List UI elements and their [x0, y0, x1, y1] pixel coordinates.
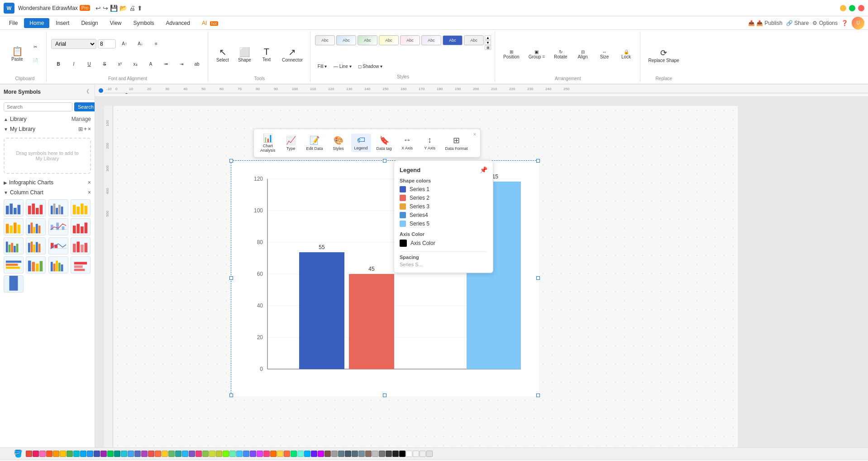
shape-btn[interactable]: ⬜ Shape	[234, 42, 255, 67]
color-swatch-blue3[interactable]	[182, 451, 188, 457]
search-input[interactable]	[4, 102, 72, 111]
color-swatch-lime2[interactable]	[216, 451, 222, 457]
color-swatch-brown2[interactable]	[365, 451, 372, 457]
chart-analysis-btn[interactable]: 📊 ChartAnalysis	[258, 131, 278, 155]
menu-design[interactable]: Design	[76, 18, 103, 28]
publish-btn[interactable]: 📤 📤 Publish	[748, 20, 782, 26]
library-section-header[interactable]: ▲ Library Manage	[0, 114, 95, 124]
chart-thumb-14[interactable]	[26, 256, 46, 274]
handle-tm[interactable]	[383, 159, 386, 163]
color-swatch-darkbluegrey[interactable]	[345, 451, 351, 457]
my-library-add-btn[interactable]: +	[84, 126, 87, 132]
chart-toolbar-close-btn[interactable]: ×	[473, 131, 477, 138]
color-swatch-blue6[interactable]	[304, 451, 310, 457]
handle-bm[interactable]	[383, 394, 386, 397]
user-avatar[interactable]: U	[852, 17, 864, 29]
color-swatch-indigo2[interactable]	[134, 451, 141, 457]
chart-thumb-15[interactable]	[48, 256, 68, 274]
color-swatch-blue5[interactable]	[243, 451, 249, 457]
open-btn[interactable]: 📂	[119, 5, 127, 12]
text-btn[interactable]: T Text	[257, 42, 277, 67]
chart-thumb-1[interactable]	[4, 199, 24, 216]
fill-btn[interactable]: Fill ▾	[315, 60, 329, 72]
color-swatch-yellow2[interactable]	[277, 451, 283, 457]
handle-mr[interactable]	[536, 276, 540, 280]
color-swatch-pink[interactable]	[33, 451, 39, 457]
color-swatch-lightcyan[interactable]	[121, 451, 127, 457]
my-library-close-btn[interactable]: ×	[88, 126, 91, 132]
color-swatch-indigo[interactable]	[94, 451, 100, 457]
color-swatch-pink2[interactable]	[196, 451, 202, 457]
handle-tr[interactable]	[536, 159, 540, 163]
line-btn[interactable]: — Line ▾	[331, 60, 353, 72]
color-swatch-magenta[interactable]	[318, 451, 324, 457]
chart-data-tag-btn[interactable]: 🔖 Data tag	[374, 134, 395, 153]
italic-btn[interactable]: I	[67, 58, 81, 71]
style-shape-6[interactable]: Abc	[421, 35, 441, 45]
chart-thumb-3[interactable]	[48, 199, 68, 216]
column-chart-close-btn[interactable]: ×	[88, 189, 91, 196]
style-expand[interactable]: ⊞	[485, 45, 491, 50]
color-swatch-grey2[interactable]	[379, 451, 385, 457]
color-swatch-deeporange[interactable]	[46, 451, 52, 457]
color-swatch-pink3[interactable]	[263, 451, 270, 457]
chart-thumb-2[interactable]	[26, 199, 46, 216]
style-shape-1[interactable]: Abc	[315, 35, 335, 45]
undo-btn[interactable]: ↩	[95, 5, 101, 12]
handle-ml[interactable]	[229, 276, 233, 280]
chart-edit-data-btn[interactable]: 📝 Edit Data	[304, 134, 326, 153]
color-swatch-purple3[interactable]	[257, 451, 263, 457]
color-swatch-blue[interactable]	[87, 451, 93, 457]
color-swatch-lime[interactable]	[209, 451, 215, 457]
font-family-select[interactable]: Arial Times New Roman	[51, 39, 96, 49]
chart-thumb-12[interactable]	[71, 237, 91, 255]
chart-x-axis-btn[interactable]: ↔ X Axis	[397, 134, 417, 152]
paste-btn[interactable]: 📋 Paste	[7, 41, 27, 66]
color-swatch-blue4[interactable]	[236, 451, 243, 457]
color-swatch-bluegrey2[interactable]	[358, 451, 365, 457]
menu-home[interactable]: Home	[24, 18, 49, 28]
shadow-btn[interactable]: ◻ Shadow ▾	[356, 60, 385, 72]
chart-thumb-5[interactable]	[4, 218, 24, 235]
color-swatch-purple2[interactable]	[141, 451, 148, 457]
replace-shape-btn[interactable]: ⟳ Replace Shape	[645, 43, 683, 68]
style-shape-7[interactable]: Abc	[443, 35, 463, 45]
text-color-btn[interactable]: A	[143, 58, 158, 71]
color-swatch-orange3[interactable]	[270, 451, 277, 457]
chart-styles-btn[interactable]: 🎨 Styles	[329, 134, 348, 153]
underline-btn[interactable]: U	[82, 58, 96, 71]
share-btn2[interactable]: ⬆	[137, 5, 143, 12]
color-swatch-black[interactable]	[399, 451, 405, 457]
color-swatch-teal[interactable]	[114, 451, 120, 457]
sidebar-collapse-btn[interactable]: 《	[82, 87, 91, 96]
chart-thumb-9[interactable]	[4, 237, 24, 255]
infographic-charts-header[interactable]: ▶ Infographic Charts ×	[0, 178, 95, 187]
chart-thumb-13[interactable]	[4, 256, 24, 274]
color-swatch-grey[interactable]	[331, 451, 338, 457]
lock-btn[interactable]: 🔒 Lock	[616, 42, 636, 67]
color-swatch-brown[interactable]	[324, 451, 331, 457]
color-swatch-verydarkgrey[interactable]	[392, 451, 399, 457]
color-swatch-cyan[interactable]	[73, 451, 80, 457]
decrease-font-btn[interactable]: A↓	[133, 38, 148, 50]
style-scroll-down[interactable]: ▼	[485, 40, 491, 45]
style-shape-2[interactable]: Abc	[336, 35, 356, 45]
color-swatch-lightgrey2[interactable]	[420, 451, 426, 457]
color-swatch-violet[interactable]	[189, 451, 195, 457]
legend-pin-btn[interactable]: 📌	[480, 166, 487, 173]
search-btn[interactable]: Search	[74, 102, 95, 111]
color-swatch-blue2[interactable]	[128, 451, 134, 457]
handle-br[interactable]	[536, 394, 540, 397]
color-swatch-lightgrey3[interactable]	[426, 451, 433, 457]
chart-thumb-11[interactable]	[48, 237, 68, 255]
group-btn[interactable]: ▣ Group =	[525, 42, 548, 67]
color-swatch-green4[interactable]	[291, 451, 297, 457]
menu-insert[interactable]: Insert	[50, 18, 75, 28]
position-btn[interactable]: ⊞ Position	[500, 42, 523, 67]
color-swatch-lightgreen2[interactable]	[202, 451, 209, 457]
color-swatch-orange4[interactable]	[284, 451, 290, 457]
format-btn[interactable]: ab	[190, 58, 204, 71]
redo-btn[interactable]: ↪	[103, 5, 108, 12]
indent-btn[interactable]: ⇥	[174, 58, 189, 71]
color-swatch-red[interactable]	[26, 451, 32, 457]
